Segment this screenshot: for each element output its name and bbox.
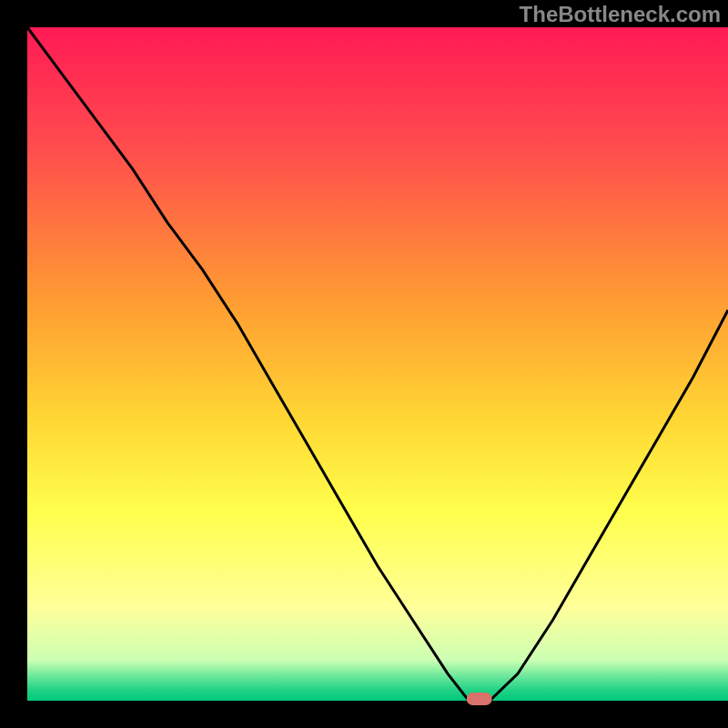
- bottleneck-chart: [0, 0, 728, 728]
- gradient-background: [27, 27, 728, 701]
- watermark-text: TheBottleneck.com: [520, 2, 721, 27]
- optimal-marker: [467, 693, 492, 705]
- image-root: { "watermark": "TheBottleneck.com", "cha…: [0, 0, 728, 728]
